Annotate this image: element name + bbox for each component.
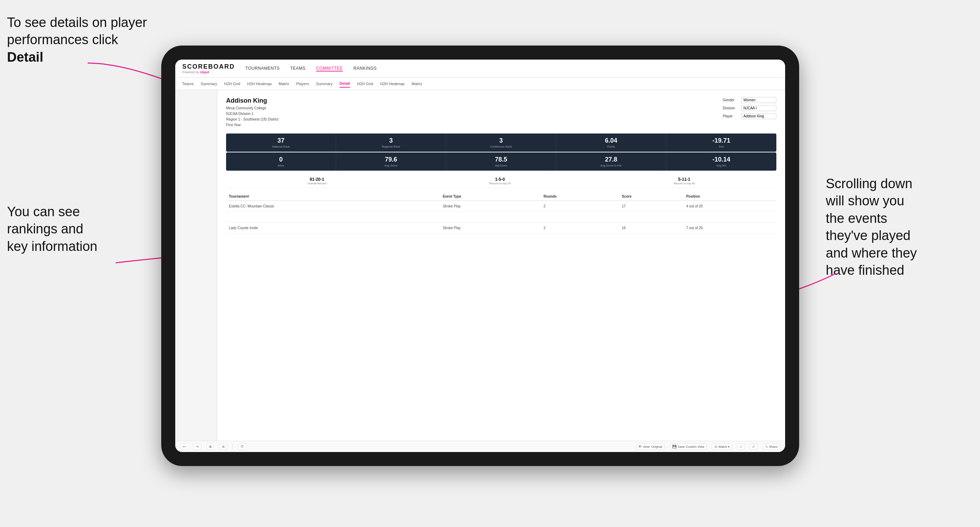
- main-content: Addison King Mesa Community College NJCA…: [175, 90, 785, 441]
- nav-rankings[interactable]: RANKINGS: [353, 66, 377, 71]
- regional-rank-value: 3: [339, 137, 443, 144]
- annotation-right-line3: the events: [826, 211, 887, 225]
- expand-button[interactable]: ⤢: [750, 443, 757, 450]
- redo-icon: ↪: [196, 444, 199, 449]
- share-icon: ⤡: [765, 444, 768, 449]
- subnav-h2h-grid2[interactable]: H2H Grid: [357, 80, 373, 87]
- logo: SCOREBOARD Powered by clippd: [182, 63, 235, 74]
- stat-adj-score: 78.5 Adj Score: [446, 152, 556, 171]
- annotation-right-line6: have finished: [826, 263, 904, 278]
- view-original-label: View: Original: [643, 445, 662, 449]
- subnav-teams[interactable]: Teams: [182, 80, 194, 87]
- stat-sos: -19.71 SoS: [666, 133, 776, 152]
- nav-tournaments[interactable]: TOURNAMENTS: [245, 66, 280, 71]
- avg-sg-label: Avg SG: [669, 164, 773, 167]
- table-row[interactable]: Estella CC- Mountain Classic Stroke Play…: [226, 201, 776, 212]
- score: 17: [619, 201, 684, 212]
- player-info: Addison King Mesa Community College NJCA…: [226, 97, 278, 128]
- annotation-detail-bold: Detail: [7, 50, 43, 65]
- subnav-detail[interactable]: Detail: [340, 80, 350, 87]
- tournament-table: Tournament Event Type Rounds Score Posit…: [226, 192, 776, 234]
- col-rounds: Rounds: [541, 192, 619, 201]
- overall-record-value: 91-20-1: [308, 177, 326, 182]
- wins-label: Wins: [229, 164, 333, 167]
- annotation-right-line5: and where they: [826, 246, 917, 260]
- watch-icon: ⊙: [714, 444, 717, 449]
- stat-conference-rank: 3 Conference Rank: [446, 133, 556, 152]
- watch-button[interactable]: ⊙ Watch ▾: [712, 443, 732, 450]
- avg-score-value: 79.6: [339, 156, 443, 163]
- top25-record-value: 1-5-0: [489, 177, 510, 182]
- share-button[interactable]: ⤡ Share: [763, 443, 780, 450]
- player-filter-label: Player: [723, 114, 738, 118]
- player-header: Addison King Mesa Community College NJCA…: [226, 97, 776, 128]
- event-type: Stroke Play: [440, 222, 541, 234]
- col-tournament: Tournament: [226, 192, 440, 201]
- national-rank-value: 37: [229, 137, 333, 144]
- undo-icon: ↩: [183, 444, 186, 449]
- eye-icon: 👁: [638, 444, 642, 449]
- col-event-type: Event Type: [440, 192, 541, 201]
- points-value: 6.04: [559, 137, 663, 144]
- division-select[interactable]: NJCAA I: [741, 105, 776, 111]
- table-row[interactable]: Lady Coyote Invite Stroke Play 2 16 7 ou…: [226, 222, 776, 234]
- adj-score-label: Adj Score: [449, 164, 553, 167]
- stat-national-rank: 37 National Rank: [226, 133, 336, 152]
- avg-score-to-par-label: Avg Score to Par: [559, 164, 663, 167]
- gender-label: Gender: [723, 98, 738, 102]
- top50-record-label: Record vs top 50: [674, 182, 695, 185]
- subnav-h2h-heatmap2[interactable]: H2H Heatmap: [380, 80, 405, 87]
- stats-row-1: 37 National Rank 3 Regional Rank 3 Confe…: [226, 133, 776, 152]
- subnav-matrix2[interactable]: Matrix: [412, 80, 422, 87]
- score: 16: [619, 222, 684, 234]
- save-icon: 💾: [672, 444, 676, 449]
- overall-record-label: Overall Record: [308, 182, 326, 185]
- stats-row-2: 0 Wins 79.6 Avg Score 78.5 Adj Score 27.…: [226, 152, 776, 171]
- tournament-name: Lady Coyote Invite: [226, 222, 440, 234]
- zoom-in-icon: ⊕: [209, 444, 212, 449]
- annotation-right-line2: will show you: [826, 194, 904, 208]
- conference-rank-label: Conference Rank: [449, 145, 553, 148]
- nav-committee[interactable]: COMMITTEE: [316, 66, 343, 71]
- avg-score-to-par-value: 27.8: [559, 156, 663, 163]
- subnav-players[interactable]: Players: [296, 80, 309, 87]
- avg-score-label: Avg Score: [339, 164, 443, 167]
- annotation-bottom-left-line2: rankings and: [7, 221, 83, 236]
- subnav-h2h-heatmap[interactable]: H2H Heatmap: [247, 80, 272, 87]
- subnav-h2h-grid[interactable]: H2H Grid: [224, 80, 240, 87]
- player-name: Addison King: [226, 97, 278, 105]
- logo-scoreboard: SCOREBOARD: [182, 63, 235, 70]
- save-custom-view-button[interactable]: 💾 Save Custom View: [670, 443, 706, 450]
- screen-button[interactable]: □: [737, 443, 745, 450]
- subnav-summary2[interactable]: Summary: [316, 80, 332, 87]
- player-filters: Gender Women Division NJCAA I: [723, 97, 776, 128]
- tablet-device: SCOREBOARD Powered by clippd TOURNAMENTS…: [161, 46, 799, 466]
- undo-button[interactable]: ↩: [180, 443, 188, 450]
- wins-value: 0: [229, 156, 333, 163]
- subnav-matrix[interactable]: Matrix: [278, 80, 289, 87]
- division-filter-row: Division NJCAA I: [723, 105, 776, 111]
- player-select[interactable]: Addison King: [741, 113, 776, 119]
- stat-wins: 0 Wins: [226, 152, 336, 171]
- avg-sg-value: -10.14: [669, 156, 773, 163]
- toolbar-divider: [232, 444, 233, 449]
- redo-button[interactable]: ↪: [194, 443, 201, 450]
- zoom-out-button[interactable]: ⊖: [220, 443, 227, 450]
- annotation-bottom-left: You can see rankings and key information: [7, 203, 133, 255]
- view-original-button[interactable]: 👁 View: Original: [636, 443, 665, 450]
- col-score: Score: [619, 192, 684, 201]
- rounds: 2: [541, 201, 619, 212]
- zoom-in-button[interactable]: ⊕: [207, 443, 214, 450]
- record-top50: 5-11-1 Record vs top 50: [674, 177, 695, 185]
- top25-record-label: Record vs top 25: [489, 182, 510, 185]
- logo-powered: Powered by clippd: [182, 70, 235, 74]
- annotation-top-left: To see details on player performances cl…: [7, 14, 147, 66]
- sos-label: SoS: [669, 145, 773, 148]
- gender-filter-row: Gender Women: [723, 97, 776, 103]
- stat-avg-score: 79.6 Avg Score: [336, 152, 446, 171]
- nav-teams[interactable]: TEAMS: [290, 66, 305, 71]
- gender-select[interactable]: Women: [741, 97, 776, 103]
- timer-button[interactable]: ⏱: [238, 443, 247, 450]
- timer-icon: ⏱: [240, 444, 244, 449]
- subnav-summary[interactable]: Summary: [200, 80, 217, 87]
